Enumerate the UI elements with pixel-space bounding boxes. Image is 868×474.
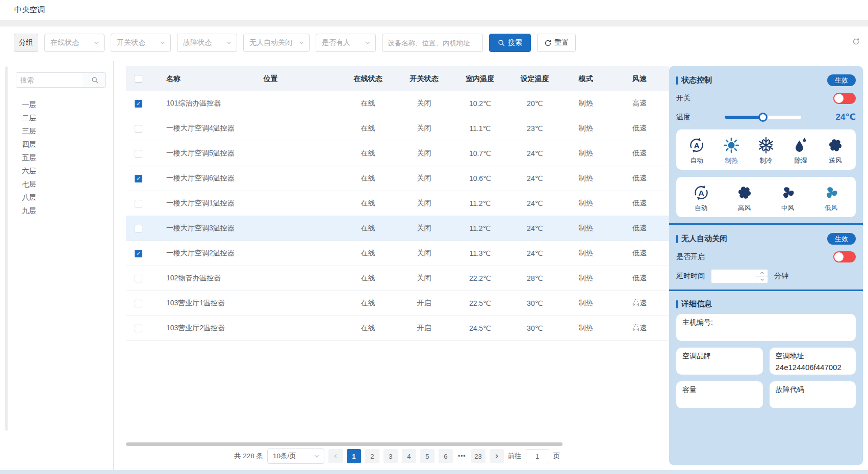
cell-name: 一楼大厅空调5温控器 bbox=[151, 149, 248, 158]
row-checkbox[interactable] bbox=[135, 200, 142, 207]
group-sidebar: 一层二层三层四层五层六层七层八层九层 bbox=[0, 61, 114, 470]
table-row[interactable]: 一楼大厅空调2温控器在线关闭11.3℃24℃制热低速 bbox=[126, 241, 669, 266]
cell-mode: 制热 bbox=[561, 274, 610, 283]
fan-speed-option-自动[interactable]: A自动 bbox=[679, 183, 723, 213]
filter-select-故障状态[interactable]: 故障状态 bbox=[177, 34, 237, 52]
filter-select-是否有人[interactable]: 是否有人 bbox=[316, 34, 376, 52]
prev-page-button[interactable] bbox=[328, 449, 343, 463]
row-checkbox-cell bbox=[126, 125, 151, 133]
sidebar-item-floor[interactable]: 五层 bbox=[22, 151, 36, 164]
table-row[interactable]: 102物管办温控器在线关闭22.2℃28℃制热低速 bbox=[126, 266, 669, 291]
cell-set-temp: 30℃ bbox=[508, 324, 561, 332]
horizontal-scrollbar[interactable] bbox=[126, 442, 668, 446]
row-checkbox[interactable] bbox=[135, 100, 142, 108]
fan-speed-option-中风[interactable]: 中风 bbox=[766, 183, 809, 213]
page-button-23[interactable]: 23 bbox=[471, 449, 486, 463]
row-checkbox[interactable] bbox=[135, 275, 142, 282]
mode-option-送风[interactable]: 送风 bbox=[818, 136, 853, 165]
cell-name: 一楼大厅空调4温控器 bbox=[151, 124, 248, 133]
cell-online-status: 在线 bbox=[340, 249, 396, 258]
page-button-1[interactable]: 1 bbox=[347, 449, 361, 463]
delay-time-input[interactable] bbox=[711, 270, 754, 283]
row-checkbox[interactable] bbox=[135, 125, 142, 133]
filter-select-无人自动关闭[interactable]: 无人自动关闭 bbox=[243, 34, 310, 52]
filter-select-在线状态[interactable]: 在线状态 bbox=[44, 34, 105, 52]
cell-indoor-temp: 11.2℃ bbox=[452, 224, 508, 232]
row-checkbox[interactable] bbox=[135, 250, 142, 257]
search-icon bbox=[91, 76, 98, 84]
row-checkbox[interactable] bbox=[135, 300, 142, 307]
fan-speed-option-高风[interactable]: 高风 bbox=[723, 183, 766, 213]
filter-select-开关状态[interactable]: 开关状态 bbox=[111, 34, 171, 52]
fan-speed-option-低风[interactable]: 低风 bbox=[809, 183, 853, 213]
mode-option-自动[interactable]: A自动 bbox=[679, 136, 714, 165]
cell-switch-status: 开启 bbox=[396, 299, 452, 308]
mode-option-除湿[interactable]: 除湿 bbox=[783, 136, 818, 165]
page-button-3[interactable]: 3 bbox=[384, 449, 398, 463]
sidebar-item-floor[interactable]: 一层 bbox=[22, 98, 36, 111]
select-all-checkbox[interactable] bbox=[135, 75, 142, 83]
auto-icon: A bbox=[692, 183, 711, 202]
cell-indoor-temp: 11.1℃ bbox=[452, 124, 508, 133]
dehumidify-drop-icon bbox=[791, 136, 810, 155]
reset-button[interactable]: 重置 bbox=[537, 34, 576, 52]
search-button[interactable]: 搜索 bbox=[489, 34, 531, 52]
table-row[interactable]: 103营业厅2温控器在线开启24.5℃30℃制热高速 bbox=[126, 316, 669, 341]
stepper-down-icon[interactable] bbox=[756, 276, 768, 283]
page-size-select[interactable]: 10条/页 bbox=[267, 449, 324, 464]
device-search-input[interactable] bbox=[388, 39, 477, 47]
pagination-ellipsis[interactable]: ••• bbox=[457, 453, 467, 460]
sidebar-item-floor[interactable]: 六层 bbox=[22, 164, 36, 177]
stepper-up-icon[interactable] bbox=[756, 270, 768, 276]
fan-speed-option-label: 高风 bbox=[738, 204, 751, 213]
heat-sun-icon bbox=[722, 136, 741, 155]
page-button-5[interactable]: 5 bbox=[420, 449, 435, 463]
row-checkbox-cell bbox=[126, 325, 151, 332]
auto-close-effective-badge: 生效 bbox=[827, 233, 856, 245]
cell-set-temp: 24℃ bbox=[508, 199, 561, 207]
sidebar-item-floor[interactable]: 四层 bbox=[22, 138, 36, 151]
group-button[interactable]: 分组 bbox=[14, 34, 38, 52]
sidebar-search-input[interactable] bbox=[16, 73, 84, 87]
next-page-button[interactable] bbox=[490, 449, 504, 463]
fan-speed-option-label: 低风 bbox=[825, 204, 837, 213]
table-row[interactable]: 103营业厅1温控器在线开启22.5℃30℃制热高速 bbox=[126, 291, 669, 316]
refresh-icon[interactable] bbox=[852, 38, 860, 45]
chevron-left-icon bbox=[333, 453, 339, 459]
sidebar-item-floor[interactable]: 二层 bbox=[22, 111, 36, 124]
page-button-6[interactable]: 6 bbox=[439, 449, 453, 463]
page-button-4[interactable]: 4 bbox=[402, 449, 416, 463]
table-row[interactable]: 一楼大厅空调1温控器在线关闭11.2℃24℃制热低速 bbox=[126, 191, 669, 216]
control-panel: 状态控制 生效 开关 温度 24℃ A自动制热制冷除湿送风 A自动高风中风低风 … bbox=[669, 66, 863, 465]
cell-set-temp: 24℃ bbox=[508, 224, 561, 232]
reset-refresh-icon bbox=[544, 39, 552, 47]
row-checkbox[interactable] bbox=[135, 325, 142, 332]
cell-name: 103营业厅1温控器 bbox=[151, 299, 248, 308]
cell-online-status: 在线 bbox=[340, 274, 396, 283]
power-toggle[interactable] bbox=[833, 93, 856, 104]
sidebar-search-button[interactable] bbox=[84, 73, 105, 87]
temperature-slider[interactable] bbox=[725, 116, 801, 119]
row-checkbox[interactable] bbox=[135, 175, 142, 182]
sidebar-item-floor[interactable]: 八层 bbox=[22, 191, 36, 204]
mode-option-制冷[interactable]: 制冷 bbox=[749, 136, 783, 165]
page-button-2[interactable]: 2 bbox=[365, 449, 379, 463]
horizontal-scrollbar-thumb[interactable] bbox=[126, 442, 563, 446]
table-row[interactable]: 一楼大厅空调4温控器在线关闭11.1℃23℃制热低速 bbox=[126, 116, 669, 141]
auto-close-toggle[interactable] bbox=[833, 251, 856, 262]
sidebar-item-floor[interactable]: 三层 bbox=[22, 124, 36, 138]
sidebar-item-floor[interactable]: 七层 bbox=[22, 177, 36, 191]
row-checkbox[interactable] bbox=[135, 225, 142, 232]
delay-time-unit: 分钟 bbox=[774, 272, 788, 281]
mode-option-制热[interactable]: 制热 bbox=[714, 136, 749, 165]
table-row[interactable]: 一楼大厅空调3温控器在线关闭11.2℃24℃制热低速 bbox=[126, 216, 669, 241]
table-row[interactable]: 一楼大厅空调6温控器在线关闭10.6℃24℃制热低速 bbox=[126, 166, 669, 191]
ac-address-label: 空调地址 bbox=[776, 352, 850, 361]
sidebar-item-floor[interactable]: 九层 bbox=[22, 204, 36, 217]
slider-handle[interactable] bbox=[758, 113, 768, 122]
table-row[interactable]: 一楼大厅空调5温控器在线关闭10.7℃24℃制热低速 bbox=[126, 141, 669, 166]
mode-option-label: 制冷 bbox=[760, 156, 773, 165]
row-checkbox[interactable] bbox=[135, 150, 142, 157]
goto-page-input[interactable] bbox=[526, 449, 549, 463]
table-row[interactable]: 101综治办温控器在线关闭10.2℃20℃制热高速 bbox=[126, 91, 669, 116]
